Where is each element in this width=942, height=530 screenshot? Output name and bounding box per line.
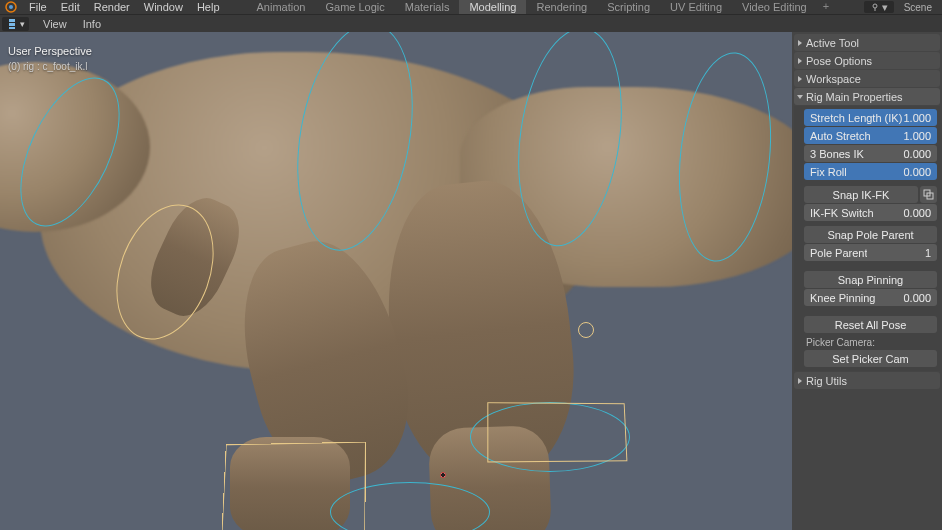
menu-help[interactable]: Help [190, 0, 227, 14]
picker-camera-label: Picker Camera: [804, 334, 937, 349]
svg-rect-4 [9, 23, 15, 26]
panel-header-label: Rig Main Properties [806, 91, 903, 103]
disclosure-triangle-icon [798, 378, 802, 384]
snap-pinning-button[interactable]: Snap Pinning [804, 271, 937, 288]
slider-label: Fix Roll [810, 166, 847, 178]
main-menu-group: File Edit Render Window Help [22, 0, 227, 14]
workspace-tabs: Animation Game Logic Materials Modelling… [247, 0, 836, 14]
menu-render[interactable]: Render [87, 0, 137, 14]
panel-rig-utils[interactable]: Rig Utils [794, 372, 940, 389]
slider-value: 0.000 [903, 292, 931, 304]
reset-all-pose-button[interactable]: Reset All Pose [804, 316, 937, 333]
pole-parent-slider[interactable]: Pole Parent 1 [804, 244, 937, 261]
top-right-group: ▾ Scene [864, 0, 932, 14]
chevron-down-icon: ▾ [882, 1, 888, 14]
three-bones-ik-slider[interactable]: 3 Bones IK 0.000 [804, 145, 937, 162]
menu-file[interactable]: File [22, 0, 54, 14]
copy-icon [923, 189, 934, 200]
tab-scripting[interactable]: Scripting [597, 0, 660, 14]
slider-label: Stretch Length (IK) [810, 112, 902, 124]
snap-pole-parent-button[interactable]: Snap Pole Parent [804, 226, 937, 243]
slider-value: 0.000 [903, 207, 931, 219]
scene-browse-dropdown[interactable]: ▾ [864, 1, 894, 13]
slider-value: 0.000 [903, 166, 931, 178]
panel-active-tool[interactable]: Active Tool [794, 34, 940, 51]
stretch-length-slider[interactable]: Stretch Length (IK) 1.000 [804, 109, 937, 126]
knee-pinning-slider[interactable]: Knee Pinning 0.000 [804, 289, 937, 306]
tab-rendering[interactable]: Rendering [526, 0, 597, 14]
3d-cursor-icon [435, 467, 451, 483]
panel-rig-main-properties[interactable]: Rig Main Properties [794, 88, 940, 105]
viewport-menu-view[interactable]: View [35, 18, 75, 30]
chevron-down-icon: ▾ [20, 19, 25, 29]
svg-point-1 [9, 5, 13, 9]
slider-label: IK-FK Switch [810, 207, 874, 219]
auto-stretch-slider[interactable]: Auto Stretch 1.000 [804, 127, 937, 144]
slider-label: Knee Pinning [810, 292, 875, 304]
viewport-overlay-perspective: User Perspective [8, 44, 92, 59]
3d-viewport[interactable]: User Perspective (0) rig : c_foot_ik.l [0, 32, 792, 530]
scene-name-field[interactable]: Scene [904, 2, 932, 13]
button-label: Reset All Pose [835, 319, 907, 331]
svg-point-2 [873, 4, 877, 8]
menu-edit[interactable]: Edit [54, 0, 87, 14]
viewport-header: ▾ View Info [0, 14, 942, 32]
tab-uv-editing[interactable]: UV Editing [660, 0, 732, 14]
panel-workspace[interactable]: Workspace [794, 70, 940, 87]
svg-rect-5 [9, 27, 15, 29]
fix-roll-slider[interactable]: Fix Roll 0.000 [804, 163, 937, 180]
mode-dropdown[interactable]: ▾ [2, 17, 29, 31]
snap-ikfk-button[interactable]: Snap IK-FK [804, 186, 918, 203]
panel-pose-options[interactable]: Pose Options [794, 52, 940, 69]
viewport-scene-placeholder [0, 32, 792, 530]
slider-value: 1 [925, 247, 931, 259]
disclosure-triangle-icon [797, 95, 803, 99]
button-label: Snap Pole Parent [827, 229, 913, 241]
tab-game-logic[interactable]: Game Logic [315, 0, 394, 14]
tab-video-editing[interactable]: Video Editing [732, 0, 817, 14]
svg-rect-3 [9, 19, 15, 22]
slider-label: 3 Bones IK [810, 148, 864, 160]
tab-modelling[interactable]: Modelling [459, 0, 526, 14]
button-label: Snap Pinning [838, 274, 903, 286]
panel-header-label: Rig Utils [806, 375, 847, 387]
side-panel: Active Tool Pose Options Workspace Rig M… [792, 32, 942, 530]
slider-value: 0.000 [903, 148, 931, 160]
panel-header-label: Pose Options [806, 55, 872, 67]
app-icon[interactable] [4, 0, 18, 14]
viewport-overlay-selection: (0) rig : c_foot_ik.l [8, 59, 92, 74]
tab-animation[interactable]: Animation [247, 0, 316, 14]
slider-value: 1.000 [903, 130, 931, 142]
slider-label: Auto Stretch [810, 130, 871, 142]
panel-header-label: Workspace [806, 73, 861, 85]
disclosure-triangle-icon [798, 40, 802, 46]
ikfk-switch-slider[interactable]: IK-FK Switch 0.000 [804, 204, 937, 221]
viewport-menu-info[interactable]: Info [75, 18, 109, 30]
tab-materials[interactable]: Materials [395, 0, 460, 14]
top-menubar: File Edit Render Window Help Animation G… [0, 0, 942, 14]
slider-value: 1.000 [903, 112, 931, 124]
snap-ikfk-copy-button[interactable] [920, 186, 937, 203]
menu-window[interactable]: Window [137, 0, 190, 14]
panel-header-label: Active Tool [806, 37, 859, 49]
disclosure-triangle-icon [798, 58, 802, 64]
slider-label: Pole Parent [810, 247, 867, 259]
add-workspace-button[interactable]: + [817, 0, 835, 14]
set-picker-cam-button[interactable]: Set Picker Cam [804, 350, 937, 367]
button-label: Snap IK-FK [833, 189, 890, 201]
mode-pose-icon [6, 18, 18, 30]
panel-rig-main-body: Stretch Length (IK) 1.000 Auto Stretch 1… [794, 106, 940, 371]
button-label: Set Picker Cam [832, 353, 908, 365]
scene-pin-icon [870, 2, 880, 12]
disclosure-triangle-icon [798, 76, 802, 82]
main-area: User Perspective (0) rig : c_foot_ik.l A… [0, 32, 942, 530]
viewport-overlay-info: User Perspective (0) rig : c_foot_ik.l [8, 44, 92, 74]
